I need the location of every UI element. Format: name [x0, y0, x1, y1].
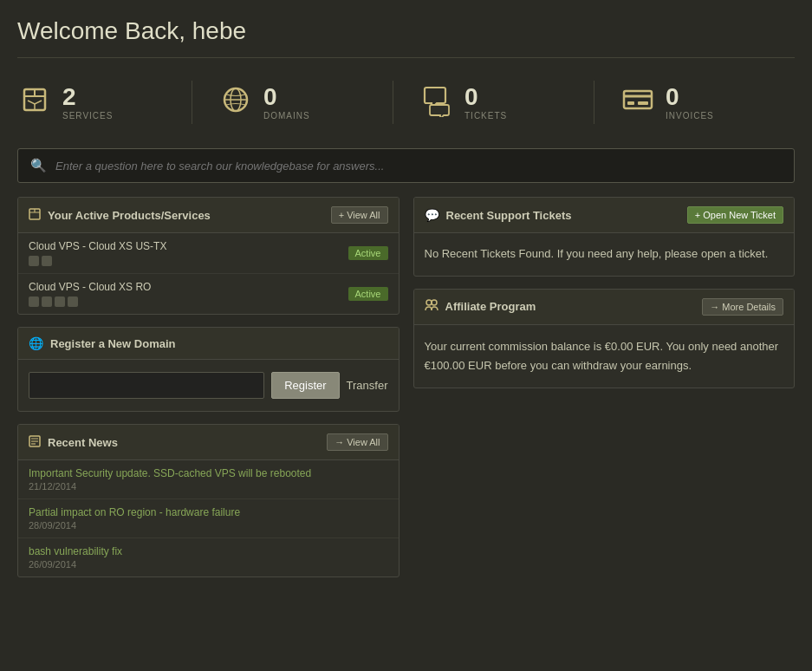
affiliate-title-text: Affiliate Program [445, 300, 536, 313]
news-panel: Recent News → View All Important Securit… [17, 424, 400, 577]
domain-panel-header: 🌐 Register a New Domain [18, 328, 399, 360]
affiliate-more-button[interactable]: → More Details [702, 298, 783, 316]
search-bar: 🔍 [17, 148, 795, 183]
news-panel-header: Recent News → View All [18, 425, 399, 460]
right-column: 💬 Recent Support Tickets + Open New Tick… [413, 197, 796, 577]
domain-icon: 🌐 [29, 336, 43, 350]
service-1-left: Cloud VPS - Cloud XS US-TX [29, 240, 166, 266]
affiliate-icon [425, 299, 438, 314]
stat-invoices-label: INVOICES [666, 111, 714, 121]
domain-panel: 🌐 Register a New Domain Register Transfe… [17, 327, 400, 412]
news-item-3[interactable]: bash vulnerability fix 26/09/2014 [18, 538, 399, 577]
tickets-panel-body: No Recent Tickets Found. If you need any… [414, 233, 795, 276]
domain-form: Register Transfer [18, 360, 399, 411]
service-2-dots [29, 296, 151, 307]
header-divider [17, 57, 795, 58]
products-panel-title: Your Active Products/Services [29, 208, 211, 223]
products-panel: Your Active Products/Services + View All… [17, 197, 400, 315]
news-item-2[interactable]: Partial impact on RO region - hardware f… [18, 499, 399, 538]
news-3-title[interactable]: bash vulnerability fix [29, 545, 388, 557]
products-view-all-button[interactable]: + View All [331, 206, 388, 224]
news-title-text: Recent News [48, 436, 118, 449]
main-columns: Your Active Products/Services + View All… [17, 197, 795, 577]
svg-rect-7 [624, 91, 652, 108]
service-1-status: Active [348, 246, 388, 260]
welcome-title: Welcome Back, hebe [17, 17, 795, 45]
stat-services[interactable]: 2 SERVICES [17, 82, 166, 122]
stat-services-number: 2 [62, 85, 113, 109]
transfer-button[interactable]: Transfer [347, 379, 388, 392]
stat-invoices-number: 0 [666, 85, 714, 109]
dot-3 [29, 296, 39, 307]
globe-icon [218, 82, 253, 122]
service-item-1[interactable]: Cloud VPS - Cloud XS US-TX Active [18, 233, 399, 274]
domain-title-text: Register a New Domain [50, 337, 176, 350]
stat-domains[interactable]: 0 DOMAINS [218, 82, 367, 122]
stat-domains-info: 0 DOMAINS [263, 85, 310, 121]
affiliate-panel-title: Affiliate Program [425, 299, 536, 314]
dot-4 [42, 296, 52, 307]
tickets-panel-header: 💬 Recent Support Tickets + Open New Tick… [414, 198, 795, 233]
affiliate-panel: Affiliate Program → More Details Your cu… [413, 289, 796, 388]
left-column: Your Active Products/Services + View All… [17, 197, 400, 577]
svg-point-19 [432, 300, 437, 305]
stat-domains-label: DOMAINS [263, 111, 310, 121]
tickets-title-text: Recent Support Tickets [446, 209, 572, 222]
page-wrapper: Welcome Back, hebe 2 SERVICES [0, 0, 812, 595]
stats-bar: 2 SERVICES 0 DOMAINS [17, 72, 795, 133]
card-icon [620, 82, 655, 122]
stat-invoices[interactable]: 0 INVOICES [620, 82, 769, 122]
stat-divider-3 [594, 81, 594, 124]
tickets-icon: 💬 [425, 208, 439, 222]
news-1-title[interactable]: Important Security update. SSD-cached VP… [29, 467, 388, 479]
stat-tickets[interactable]: 0 TICKETS [419, 82, 568, 122]
news-icon [29, 435, 41, 450]
dot-1 [29, 256, 39, 266]
chat-icon [419, 82, 454, 122]
news-2-title[interactable]: Partial impact on RO region - hardware f… [29, 506, 388, 518]
stat-services-info: 2 SERVICES [62, 85, 113, 121]
service-2-left: Cloud VPS - Cloud XS RO [29, 281, 151, 307]
service-1-dots [29, 256, 166, 266]
search-icon: 🔍 [30, 158, 47, 173]
products-panel-header: Your Active Products/Services + View All [18, 198, 399, 233]
stat-domains-number: 0 [263, 85, 310, 109]
stat-tickets-number: 0 [464, 85, 507, 109]
domain-panel-title: 🌐 Register a New Domain [29, 336, 176, 350]
tickets-panel: 💬 Recent Support Tickets + Open New Tick… [413, 197, 796, 277]
dot-6 [68, 296, 78, 307]
news-panel-title: Recent News [29, 435, 118, 450]
svg-rect-10 [638, 101, 648, 105]
dot-5 [55, 296, 65, 307]
news-3-date: 26/09/2014 [29, 559, 388, 570]
service-2-status: Active [348, 287, 388, 301]
service-item-2[interactable]: Cloud VPS - Cloud XS RO Active [18, 274, 399, 314]
stat-divider-1 [192, 81, 192, 124]
news-view-all-button[interactable]: → View All [327, 433, 387, 451]
tickets-panel-title: 💬 Recent Support Tickets [425, 208, 572, 222]
service-1-name: Cloud VPS - Cloud XS US-TX [29, 240, 166, 252]
affiliate-panel-body: Your current commission balance is €0.00… [414, 325, 795, 388]
products-title-text: Your Active Products/Services [48, 209, 211, 222]
stat-invoices-info: 0 INVOICES [666, 85, 714, 121]
domain-input[interactable] [29, 372, 264, 399]
news-2-date: 28/09/2014 [29, 520, 388, 531]
stat-services-label: SERVICES [62, 111, 113, 121]
news-1-date: 21/12/2014 [29, 481, 388, 492]
news-item-1[interactable]: Important Security update. SSD-cached VP… [18, 460, 399, 499]
search-input[interactable] [55, 160, 782, 173]
register-button[interactable]: Register [271, 372, 339, 399]
open-ticket-button[interactable]: + Open New Ticket [687, 206, 783, 224]
stat-tickets-label: TICKETS [464, 111, 507, 121]
dot-2 [42, 256, 52, 266]
stat-divider-2 [393, 81, 393, 124]
svg-rect-9 [627, 101, 634, 105]
stat-tickets-info: 0 TICKETS [464, 85, 507, 121]
products-icon [29, 208, 41, 223]
svg-point-18 [426, 300, 432, 305]
box-icon [17, 82, 52, 122]
service-2-name: Cloud VPS - Cloud XS RO [29, 281, 151, 293]
affiliate-panel-header: Affiliate Program → More Details [414, 290, 795, 325]
